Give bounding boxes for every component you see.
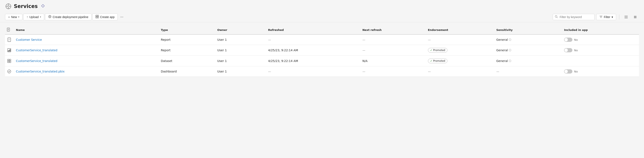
new-button[interactable]: + New ▾ <box>5 14 22 20</box>
list-view-button[interactable] <box>622 14 630 20</box>
item-endorsement: — <box>426 34 494 45</box>
svg-rect-41 <box>10 49 10 51</box>
item-name[interactable]: Customer Service <box>14 34 158 45</box>
sensitivity-info-icon[interactable]: ⓘ <box>509 59 511 63</box>
em-dash: — <box>268 70 271 73</box>
em-dash: — <box>362 70 365 73</box>
svg-rect-40 <box>9 50 10 51</box>
promoted-label: Promoted <box>433 49 445 52</box>
item-refreshed: — <box>266 66 360 77</box>
item-endorsement: — <box>426 66 494 77</box>
included-toggle[interactable] <box>564 48 572 52</box>
svg-point-23 <box>636 16 636 16</box>
item-included-in-app: No <box>562 45 639 56</box>
included-toggle[interactable] <box>564 38 572 42</box>
item-type-icon <box>7 59 12 63</box>
svg-point-1 <box>8 6 9 7</box>
item-refreshed: 4/25/23, 9:22:14 AM <box>266 56 360 66</box>
services-icon <box>5 3 12 10</box>
item-next-refresh: — <box>360 66 426 77</box>
row-icon-cell <box>5 56 14 66</box>
page-header: Services <box>0 0 644 12</box>
svg-point-28 <box>635 18 636 18</box>
promoted-check-icon: ✓ <box>430 59 432 62</box>
create-pipeline-button[interactable]: Create deployment pipeline <box>45 14 92 20</box>
item-included-in-app: No <box>562 66 639 77</box>
col-header-sensitivity: Sensitivity <box>494 26 562 34</box>
toggle-slider[interactable] <box>564 48 572 52</box>
create-app-button[interactable]: Create app <box>92 14 118 20</box>
promoted-check-icon: ✓ <box>430 49 432 52</box>
toolbar-right: Filter ▾ <box>553 14 639 20</box>
toggle-slider[interactable] <box>564 69 572 73</box>
em-dash: — <box>496 70 499 73</box>
pipeline-icon <box>48 15 52 19</box>
included-label: No <box>574 38 578 41</box>
pipeline-label: Create deployment pipeline <box>53 15 88 19</box>
filter-button[interactable]: Filter ▾ <box>596 14 616 20</box>
em-dash: — <box>428 38 431 41</box>
item-type: Dataset <box>158 56 215 66</box>
item-refreshed: 4/25/23, 9:22:14 AM <box>266 45 360 56</box>
included-toggle[interactable] <box>564 69 572 73</box>
search-icon <box>555 15 558 19</box>
svg-rect-39 <box>8 50 8 51</box>
svg-point-46 <box>8 70 11 73</box>
diamond-icon <box>41 4 45 9</box>
sensitivity-info-icon[interactable]: ⓘ <box>509 38 511 42</box>
item-next-refresh: N/A <box>360 56 426 66</box>
sensitivity-info-icon[interactable]: ⓘ <box>509 49 511 52</box>
sensitivity-value: General ⓘ <box>496 49 559 52</box>
table-body: Customer ServiceReportUser 1——— General … <box>5 34 639 77</box>
upload-button[interactable]: ↑ Upload ▾ <box>23 14 44 20</box>
svg-point-21 <box>634 16 635 16</box>
col-header-owner: Owner <box>215 26 266 34</box>
svg-point-22 <box>635 16 636 16</box>
items-table: Name Type Owner Refreshed Next refresh E… <box>5 26 639 77</box>
col-header-included-in-app: Included in app <box>562 26 639 34</box>
upload-chevron: ▾ <box>40 16 41 18</box>
item-sensitivity: — <box>494 66 562 77</box>
sensitivity-value: General ⓘ <box>496 38 559 42</box>
upload-icon: ↑ <box>26 15 28 19</box>
toolbar: + New ▾ ↑ Upload ▾ Create deployment pip… <box>0 12 644 22</box>
item-next-refresh: — <box>360 34 426 45</box>
keyword-filter-input[interactable] <box>553 14 594 20</box>
item-owner: User 1 <box>215 45 266 56</box>
promoted-badge: ✓ Promoted <box>428 48 448 52</box>
item-name[interactable]: CustomerService_translated.pbix <box>14 66 158 77</box>
table-header: Name Type Owner Refreshed Next refresh E… <box>5 26 639 34</box>
promoted-label: Promoted <box>433 59 445 62</box>
filter-input-wrap <box>553 14 594 20</box>
col-header-icon <box>5 26 14 34</box>
table-row: Customer ServiceReportUser 1——— General … <box>5 34 639 45</box>
col-header-next-refresh: Next refresh <box>360 26 426 34</box>
upload-label: Upload <box>29 15 38 19</box>
included-label: No <box>574 70 578 73</box>
svg-rect-12 <box>97 17 98 18</box>
toggle-wrap: No <box>564 48 636 52</box>
row-icon-cell <box>5 34 14 45</box>
new-label: New <box>11 15 17 19</box>
em-dash: — <box>428 70 431 73</box>
svg-point-27 <box>634 18 635 18</box>
app-icon <box>96 15 99 19</box>
grid-view-button[interactable] <box>632 14 639 20</box>
svg-rect-11 <box>96 17 97 18</box>
sensitivity-value: General ⓘ <box>496 59 559 63</box>
item-endorsement: ✓ Promoted <box>426 56 494 66</box>
item-name[interactable]: CustomerService_translated <box>14 45 158 56</box>
svg-point-8 <box>49 16 50 17</box>
col-header-type: Type <box>158 26 215 34</box>
table-row: CustomerService_translatedDatasetUser 14… <box>5 56 639 66</box>
toggle-wrap: No <box>564 38 636 42</box>
page-title: Services <box>14 3 38 9</box>
new-chevron: ▾ <box>18 16 19 18</box>
toolbar-separator <box>619 15 619 20</box>
more-button[interactable]: ··· <box>118 14 125 20</box>
toggle-slider[interactable] <box>564 38 572 42</box>
table-row: CustomerService_translatedReportUser 14/… <box>5 45 639 56</box>
item-name[interactable]: CustomerService_translated <box>14 56 158 66</box>
item-included-in-app: No <box>562 34 639 45</box>
item-included-in-app <box>562 56 639 66</box>
